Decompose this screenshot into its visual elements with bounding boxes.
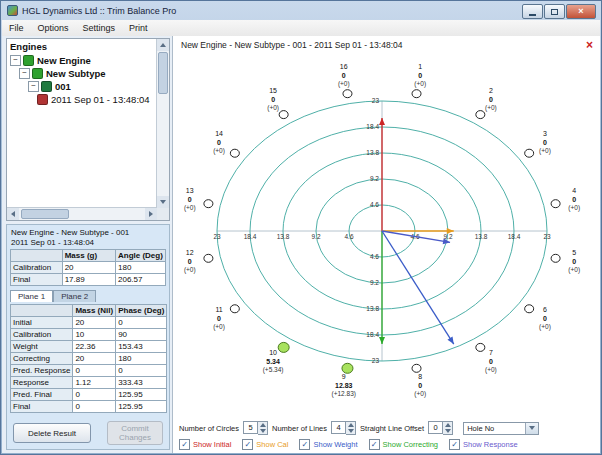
circles-spinner[interactable]: 5 (243, 421, 268, 435)
cell: Final (11, 401, 73, 413)
app-window: HGL Dynamics Ltd :: Trim Balance Pro × F… (0, 0, 602, 455)
scroll-thumb[interactable] (158, 52, 168, 94)
hole-marker-11[interactable] (230, 305, 239, 313)
hole-marker-2[interactable] (476, 111, 485, 119)
hole-marker-9[interactable] (342, 363, 353, 373)
hole-marker-5[interactable] (551, 254, 560, 262)
checkbox-show-cal[interactable]: ✓Show Cal (242, 439, 288, 450)
cell: Final (11, 274, 63, 286)
scroll-thumb[interactable] (21, 209, 69, 219)
tab-plane-1[interactable]: Plane 1 (10, 290, 53, 302)
hole-marker-12[interactable] (204, 254, 213, 262)
tree-item-label: 2011 Sep 01 - 13:48:04 (51, 94, 150, 105)
axis-tick-bottom: 13.8 (366, 305, 379, 312)
checkbox-show-correcting[interactable]: ✓Show Correcting (369, 439, 438, 450)
hole-marker-14[interactable] (230, 149, 239, 157)
lines-down-icon[interactable] (346, 428, 355, 434)
hole-12-delta: (+0) (184, 266, 196, 274)
window-controls: × (522, 4, 596, 19)
hole-3-delta: (+0) (539, 147, 551, 155)
checkbox-show-initial[interactable]: ✓Show Initial (179, 439, 231, 450)
circles-label: Number of Circles (179, 424, 239, 433)
axis-tick-top: 4.6 (370, 201, 379, 208)
close-button[interactable]: × (566, 4, 596, 19)
hole-14-number: 14 (215, 130, 223, 137)
tree-vertical-scrollbar[interactable] (156, 39, 169, 208)
offset-value[interactable]: 0 (428, 421, 443, 434)
commit-changes-button[interactable]: Commit Changes (107, 421, 163, 445)
offset-down-icon[interactable] (443, 428, 452, 434)
axis-tick-top: 18.4 (366, 123, 379, 130)
axis-tick-right: 18.4 (508, 233, 521, 240)
tree-item-new-subtype[interactable]: −New Subtype (7, 67, 157, 80)
dropdown-arrow-icon[interactable] (525, 423, 538, 434)
cell: 0 (73, 401, 116, 413)
checkbox-box[interactable]: ✓ (299, 439, 310, 450)
lines-spinner[interactable]: 4 (331, 421, 356, 435)
tree-item-001[interactable]: −001 (7, 80, 157, 93)
axis-tick-bottom: 9.2 (370, 279, 379, 286)
hole-6-delta: (+0) (539, 323, 551, 331)
hole-marker-13[interactable] (204, 200, 213, 208)
tree-item-label: New Engine (37, 55, 91, 66)
hole-marker-8[interactable] (412, 364, 421, 372)
axis-tick-left: 4.6 (344, 233, 353, 240)
tree-item-label: New Subtype (46, 68, 106, 79)
cell: 333.43 (116, 377, 167, 389)
delete-result-button[interactable]: Delete Result (13, 423, 91, 443)
tree-horizontal-scrollbar[interactable] (7, 207, 157, 220)
hole-marker-4[interactable] (551, 200, 560, 208)
minimize-button[interactable] (522, 4, 543, 19)
menu-print[interactable]: Print (122, 20, 155, 36)
title-bar[interactable]: HGL Dynamics Ltd :: Trim Balance Pro × (1, 1, 601, 20)
lines-value[interactable]: 4 (331, 421, 346, 434)
circles-value[interactable]: 5 (243, 421, 258, 434)
cell: Weight (11, 341, 73, 353)
cell: 90 (116, 329, 167, 341)
menu-settings[interactable]: Settings (76, 20, 123, 36)
cell: 20 (73, 317, 116, 329)
hole-no-select[interactable]: Hole No (463, 422, 539, 435)
scroll-left-icon[interactable] (7, 208, 19, 220)
checkbox-box[interactable]: ✓ (179, 439, 190, 450)
app-icon (7, 5, 18, 16)
hole-4-delta: (+0) (568, 204, 580, 212)
cell: 125.95 (116, 401, 167, 413)
plane-tabs: Plane 1Plane 2 (10, 290, 166, 302)
hole-marker-15[interactable] (279, 111, 288, 119)
close-icon: × (578, 7, 583, 16)
checkbox-box[interactable]: ✓ (369, 439, 380, 450)
hole-marker-3[interactable] (525, 149, 534, 157)
cell: 180 (116, 353, 167, 365)
checkbox-show-weight[interactable]: ✓Show Weight (299, 439, 357, 450)
menu-file[interactable]: File (2, 20, 31, 36)
hole-marker-16[interactable] (343, 90, 352, 98)
hole-13-number: 13 (186, 187, 194, 194)
scroll-right-icon[interactable] (145, 208, 157, 220)
checkbox-box[interactable]: ✓ (449, 439, 460, 450)
scroll-down-icon[interactable] (157, 196, 169, 208)
scroll-up-icon[interactable] (157, 39, 169, 51)
column-header: Phase (Deg) (116, 305, 167, 317)
hole-marker-6[interactable] (525, 305, 534, 313)
hole-3-number: 3 (543, 130, 547, 137)
collapse-toggle-icon[interactable]: − (28, 81, 39, 92)
hole-marker-10[interactable] (278, 342, 289, 352)
tree-item-new-engine[interactable]: −New Engine (7, 54, 157, 67)
tree-item-2011-sep-01-13-48-04[interactable]: 2011 Sep 01 - 13:48:04 (7, 93, 157, 106)
circles-down-icon[interactable] (258, 428, 267, 434)
collapse-toggle-icon[interactable]: − (10, 55, 21, 66)
hole-marker-1[interactable] (412, 90, 421, 98)
maximize-button[interactable] (544, 4, 565, 19)
hole-4-number: 4 (572, 187, 576, 194)
cell: 0 (116, 365, 167, 377)
cell: 125.95 (116, 389, 167, 401)
tab-plane-2[interactable]: Plane 2 (53, 290, 96, 302)
hole-marker-7[interactable] (476, 343, 485, 351)
checkbox-show-response[interactable]: ✓Show Response (449, 439, 518, 450)
menu-options[interactable]: Options (31, 20, 76, 36)
hole-10-value: 5.34 (266, 358, 280, 365)
collapse-toggle-icon[interactable]: − (19, 68, 30, 79)
checkbox-box[interactable]: ✓ (242, 439, 253, 450)
offset-spinner[interactable]: 0 (428, 421, 453, 435)
